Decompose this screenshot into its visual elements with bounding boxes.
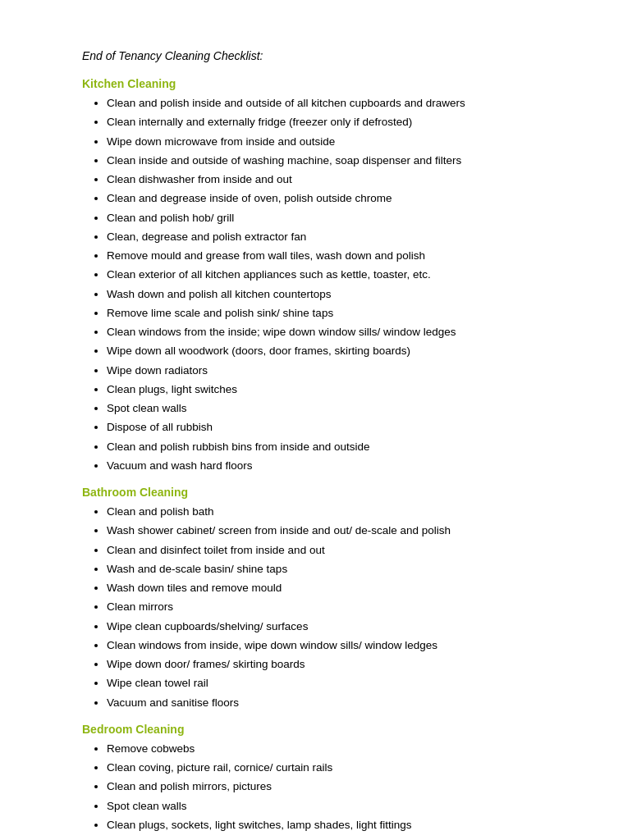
list-item: Spot clean walls xyxy=(107,400,566,417)
list-item: Remove mould and grease from wall tiles,… xyxy=(107,248,566,264)
list-item: Clean coving, picture rail, cornice/ cur… xyxy=(107,760,566,776)
checklist-container: Kitchen CleaningClean and polish inside … xyxy=(82,77,566,840)
list-item: Vacuum and wash hard floors xyxy=(107,458,566,474)
list-item: Clean plugs, light switches xyxy=(107,381,566,398)
list-item: Wipe down radiators xyxy=(107,363,566,379)
list-item: Wash down and polish all kitchen counter… xyxy=(107,286,566,303)
list-item: Vacuum and sanitise floors xyxy=(107,695,566,711)
page-title: End of Tenancy Cleaning Checklist: xyxy=(82,49,566,62)
list-item: Clean and polish rubbish bins from insid… xyxy=(107,439,566,455)
section-list-bedroom: Remove cobwebsClean coving, picture rail… xyxy=(82,741,566,840)
list-item: Wash and de-scale basin/ shine taps xyxy=(107,561,566,578)
list-item: Clean and polish inside and outside of a… xyxy=(107,95,566,112)
section-list-bathroom: Clean and polish bathWash shower cabinet… xyxy=(82,504,566,711)
section-list-kitchen: Clean and polish inside and outside of a… xyxy=(82,95,566,474)
list-item: Clean and polish bath xyxy=(107,504,566,520)
list-item: Spot clean walls xyxy=(107,798,566,815)
list-item: Clean plugs, sockets, light switches, la… xyxy=(107,817,566,833)
list-item: Clean mirrors xyxy=(107,599,566,615)
list-item: Clean and polish mirrors, pictures xyxy=(107,778,566,795)
list-item: Clean exterior of all kitchen appliances… xyxy=(107,267,566,283)
list-item: Wash shower cabinet/ screen from inside … xyxy=(107,523,566,539)
list-item: Clean, degrease and polish extractor fan xyxy=(107,229,566,245)
list-item: Wipe down door/ frames/ skirting boards xyxy=(107,656,566,673)
list-item: Wipe down microwave from inside and outs… xyxy=(107,134,566,150)
list-item: Clean dishwasher from inside and out xyxy=(107,171,566,188)
list-item: Clean windows from inside, wipe down win… xyxy=(107,637,566,654)
list-item: Clean internally and externally fridge (… xyxy=(107,114,566,130)
list-item: Clean and degrease inside of oven, polis… xyxy=(107,190,566,207)
list-item: Remove cobwebs xyxy=(107,741,566,757)
section-heading-bedroom: Bedroom Cleaning xyxy=(82,723,566,736)
section-heading-bathroom: Bathroom Cleaning xyxy=(82,486,566,499)
list-item: Clean inside and outside of washing mach… xyxy=(107,153,566,169)
list-item: Clean windows from the inside; wipe down… xyxy=(107,324,566,340)
list-item: Wipe down all woodwork (doors, door fram… xyxy=(107,343,566,359)
list-item: Clean and polish hob/ grill xyxy=(107,210,566,226)
list-item: Wipe clean towel rail xyxy=(107,675,566,692)
list-item: Clean and disinfect toilet from inside a… xyxy=(107,542,566,559)
section-heading-kitchen: Kitchen Cleaning xyxy=(82,77,566,90)
list-item: Remove lime scale and polish sink/ shine… xyxy=(107,305,566,322)
list-item: Wash down tiles and remove mould xyxy=(107,580,566,596)
list-item: Clean fire surround and radiators/ behin… xyxy=(107,836,566,840)
list-item: Dispose of all rubbish xyxy=(107,419,566,436)
list-item: Wipe clean cupboards/shelving/ surfaces xyxy=(107,619,566,635)
